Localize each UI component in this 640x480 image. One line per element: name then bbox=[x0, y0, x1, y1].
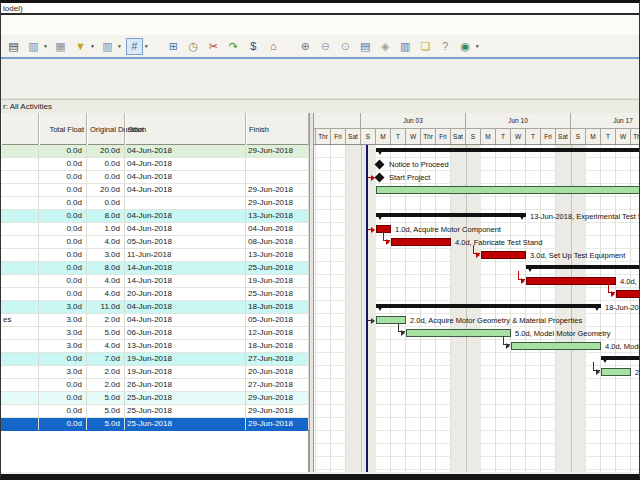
table-row[interactable]: 0.0d2.0d26-Jun-201827-Jun-2018 bbox=[1, 379, 309, 392]
cell-name bbox=[1, 236, 39, 248]
relationship-arrow bbox=[401, 330, 405, 336]
dropdown-caret-icon[interactable]: ▼ bbox=[90, 43, 95, 49]
cell-total_float: 3.0d bbox=[39, 340, 87, 352]
table-row[interactable]: 0.0d0.0d04-Jun-2018 bbox=[1, 158, 309, 171]
dropdown-caret-icon[interactable]: ▼ bbox=[144, 43, 149, 49]
cell-duration: 8.0d bbox=[87, 262, 125, 274]
clock-icon[interactable]: ◷ bbox=[185, 38, 202, 55]
table-row[interactable]: 0.0d4.0d05-Jun-201808-Jun-2018 bbox=[1, 236, 309, 249]
activity-bar[interactable] bbox=[406, 329, 511, 337]
column-header-finish[interactable]: Finish bbox=[246, 113, 309, 145]
table-row[interactable]: 0.0d5.0d25-Jun-201829-Jun-2018 bbox=[1, 405, 309, 418]
critical-activity-bar[interactable] bbox=[616, 290, 639, 298]
table-row[interactable]: 0.0d4.0d14-Jun-201819-Jun-2018 bbox=[1, 275, 309, 288]
table-row[interactable]: 3.0d2.0d19-Jun-201820-Jun-2018 bbox=[1, 366, 309, 379]
split-view-icon[interactable]: ▥ bbox=[397, 38, 414, 55]
table-row[interactable]: 0.0d4.0d20-Jun-201825-Jun-2018 bbox=[1, 288, 309, 301]
table-row[interactable]: 0.0d7.0d19-Jun-201827-Jun-2018 bbox=[1, 353, 309, 366]
table-row[interactable]: 0.0d5.0d25-Jun-201829-Jun-2018 bbox=[1, 418, 309, 431]
cell-start bbox=[125, 197, 246, 209]
schedule-icon[interactable]: ⊞ bbox=[165, 38, 182, 55]
fields-icon[interactable]: ▦ bbox=[52, 38, 69, 55]
apply-actuals-icon[interactable]: ↷ bbox=[225, 38, 242, 55]
table-row[interactable]: 0.0d1.0d04-Jun-201804-Jun-2018 bbox=[1, 223, 309, 236]
table-row[interactable]: es3.0d2.0d04-Jun-201805-Jun-2018 bbox=[1, 314, 309, 327]
table-row[interactable]: 0.0d0.0d29-Jun-2018 bbox=[1, 197, 309, 210]
group-icon[interactable]: ▥ bbox=[99, 38, 116, 55]
zoom-out-icon[interactable]: ⊖ bbox=[317, 38, 334, 55]
bar-label: Start Project bbox=[389, 173, 430, 182]
timescale-day: Sat bbox=[451, 129, 466, 145]
relationship-arrow bbox=[596, 369, 600, 375]
expand-collapse-icon[interactable]: ◈ bbox=[377, 38, 394, 55]
summary-bar[interactable] bbox=[376, 148, 639, 152]
table-row[interactable]: 0.0d3.0d11-Jun-201813-Jun-2018 bbox=[1, 249, 309, 262]
milestone-diamond[interactable] bbox=[375, 160, 385, 170]
summary-bar[interactable] bbox=[376, 304, 601, 308]
table-row[interactable]: 3.0d4.0d13-Jun-201818-Jun-2018 bbox=[1, 340, 309, 353]
rows-icon[interactable]: ▤ bbox=[357, 38, 374, 55]
number-format-icon[interactable]: # bbox=[126, 38, 143, 55]
cell-name bbox=[1, 197, 39, 209]
dropdown-caret-icon[interactable]: ▼ bbox=[117, 43, 122, 49]
milestone-diamond[interactable] bbox=[375, 173, 385, 183]
timescale-day: Sat bbox=[346, 129, 361, 145]
cell-start: 04-Jun-2018 bbox=[125, 314, 246, 326]
help-icon[interactable]: ? bbox=[437, 38, 454, 55]
column-header-total-float[interactable]: Total Float bbox=[39, 113, 87, 145]
critical-activity-bar[interactable] bbox=[526, 277, 616, 285]
cell-name bbox=[1, 210, 39, 222]
cell-finish: 29-Jun-2018 bbox=[246, 392, 309, 404]
dropdown-caret-icon[interactable]: ▼ bbox=[43, 43, 48, 49]
zoom-fit-icon[interactable]: ⊙ bbox=[337, 38, 354, 55]
comment-icon[interactable]: ❏ bbox=[417, 38, 434, 55]
activity-bar[interactable] bbox=[376, 186, 639, 194]
table-row[interactable]: 0.0d0.0d04-Jun-2018 bbox=[1, 171, 309, 184]
cell-total_float: 0.0d bbox=[39, 145, 87, 157]
table-row[interactable]: 3.0d5.0d06-Jun-201812-Jun-2018 bbox=[1, 327, 309, 340]
zoom-in-icon[interactable]: ⊕ bbox=[297, 38, 314, 55]
globe-icon[interactable]: ◉ bbox=[457, 38, 474, 55]
timescale-week: Jun 10 bbox=[466, 113, 571, 129]
filter-icon[interactable]: ▼ bbox=[72, 38, 89, 55]
cell-finish: 27-Jun-2018 bbox=[246, 379, 309, 391]
layout-icon[interactable]: ▤ bbox=[5, 38, 22, 55]
table-row[interactable]: 0.0d20.0d04-Jun-201829-Jun-2018 bbox=[1, 184, 309, 197]
column-header-name[interactable] bbox=[1, 113, 39, 145]
relationship-arrow bbox=[476, 252, 480, 258]
critical-activity-bar[interactable] bbox=[481, 251, 526, 259]
cell-finish: 18-Jun-2018 bbox=[246, 301, 309, 313]
cost-icon[interactable]: $ bbox=[245, 38, 262, 55]
columns-icon[interactable]: ▥ bbox=[25, 38, 42, 55]
bar-label: 18-Jun-2018 bbox=[605, 303, 639, 312]
cell-finish: 04-Jun-2018 bbox=[246, 223, 309, 235]
summary-bar[interactable] bbox=[376, 213, 526, 217]
cell-total_float: 3.0d bbox=[39, 301, 87, 313]
activity-bar[interactable] bbox=[601, 368, 631, 376]
cell-total_float: 0.0d bbox=[39, 184, 87, 196]
cell-start: 14-Jun-2018 bbox=[125, 262, 246, 274]
cell-finish: 29-Jun-2018 bbox=[246, 197, 309, 209]
critical-activity-bar[interactable] bbox=[391, 238, 451, 246]
dropdown-caret-icon[interactable]: ▼ bbox=[475, 43, 480, 49]
level-resources-icon[interactable]: ✂ bbox=[205, 38, 222, 55]
relationship-arrow bbox=[386, 239, 390, 245]
table-row[interactable]: 3.0d11.0d04-Jun-201818-Jun-2018 bbox=[1, 301, 309, 314]
cell-name bbox=[1, 145, 39, 157]
column-header-start[interactable]: Start bbox=[125, 113, 246, 145]
relationship-arrow bbox=[506, 343, 510, 349]
table-row[interactable]: 0.0d8.0d14-Jun-201825-Jun-2018 bbox=[1, 262, 309, 275]
activity-bar[interactable] bbox=[511, 342, 601, 350]
table-row[interactable]: 0.0d20.0d04-Jun-201829-Jun-2018 bbox=[1, 145, 309, 158]
cell-name bbox=[1, 275, 39, 287]
resources-icon[interactable]: ⌂ bbox=[265, 38, 282, 55]
week-gridline bbox=[361, 145, 362, 472]
gantt-chart: Jun 03Jun 10Jun 17ThrFriSatSMTWThrFriSat… bbox=[314, 113, 639, 472]
summary-bar[interactable] bbox=[526, 265, 639, 269]
cell-start: 26-Jun-2018 bbox=[125, 379, 246, 391]
app-window: lodel) ▤▥▼▦▼▼▥▼#▼⊞◷✂↷$⌂⊕⊖⊙▤◈▥❏?◉▼ r: All… bbox=[0, 0, 640, 480]
table-row[interactable]: 0.0d5.0d25-Jun-201829-Jun-2018 bbox=[1, 392, 309, 405]
column-header-original-duration[interactable]: Original Duration bbox=[87, 113, 125, 145]
table-row[interactable]: 0.0d8.0d04-Jun-201813-Jun-2018 bbox=[1, 210, 309, 223]
cell-finish: 20-Jun-2018 bbox=[246, 366, 309, 378]
